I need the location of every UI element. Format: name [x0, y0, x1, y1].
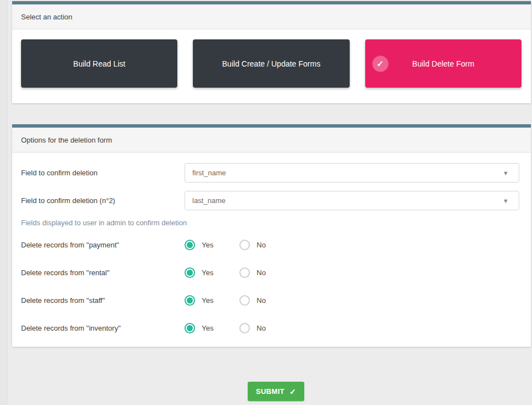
build-delete-form-label: Build Delete Form: [412, 59, 474, 68]
build-create-update-forms-label: Build Create / Update Forms: [222, 59, 320, 68]
check-icon: ✓: [372, 55, 388, 72]
delete-payment-radio-group: Yes No: [185, 240, 519, 250]
no-label: No: [257, 241, 266, 249]
yes-label: Yes: [202, 324, 213, 332]
delete-rental-radio-group: Yes No: [185, 267, 519, 278]
delete-rental-label: Delete records from "rental": [21, 269, 185, 277]
radio-unchecked-icon: [239, 267, 250, 278]
select-action-panel-title: Select an action: [12, 4, 531, 29]
build-create-update-forms-button[interactable]: Build Create / Update Forms: [193, 39, 349, 88]
deletion-options-panel: Options for the deletion form Field to c…: [12, 124, 531, 347]
confirm-field-2-row: Field to confirm deletion (n°2) last_nam…: [21, 191, 519, 210]
delete-payment-label: Delete records from "payment": [21, 241, 185, 249]
delete-staff-label: Delete records from "staff": [21, 296, 185, 305]
yes-label: Yes: [202, 269, 213, 277]
confirm-field-row: Field to confirm deletion first_name ▼: [21, 163, 519, 183]
caret-down-icon: ▼: [503, 198, 509, 204]
delete-rental-yes-radio[interactable]: Yes: [185, 267, 239, 278]
delete-payment-row: Delete records from "payment" Yes No: [21, 240, 519, 250]
no-label: No: [257, 324, 266, 332]
submit-button[interactable]: SUBMIT ✓: [248, 382, 305, 401]
delete-staff-radio-group: Yes No: [185, 295, 519, 306]
delete-payment-yes-radio[interactable]: Yes: [185, 240, 239, 250]
confirm-field-select-value: first_name: [192, 169, 226, 177]
confirm-field-select[interactable]: first_name ▼: [185, 163, 519, 183]
check-glyph: ✓: [377, 59, 384, 69]
deletion-options-panel-title: Options for the deletion form: [12, 128, 531, 153]
no-label: No: [257, 269, 266, 277]
radio-unchecked-icon: [239, 295, 250, 306]
check-icon: ✓: [289, 387, 296, 396]
yes-label: Yes: [202, 241, 213, 249]
delete-inventory-no-radio[interactable]: No: [239, 323, 294, 333]
deletion-options-body: Field to confirm deletion first_name ▼ F…: [12, 153, 531, 347]
radio-checked-icon: [185, 267, 195, 278]
radio-checked-icon: [185, 295, 195, 306]
page-left-gutter: [0, 0, 8, 405]
delete-inventory-yes-radio[interactable]: Yes: [185, 323, 239, 333]
build-delete-form-button[interactable]: ✓ Build Delete Form: [365, 39, 521, 88]
submit-row: SUBMIT ✓: [12, 382, 531, 401]
confirm-field-2-select[interactable]: last_name ▼: [185, 191, 519, 210]
delete-rental-no-radio[interactable]: No: [239, 267, 294, 278]
action-buttons-row: Build Read List Build Create / Update Fo…: [12, 29, 531, 103]
build-read-list-label: Build Read List: [73, 59, 125, 68]
delete-staff-row: Delete records from "staff" Yes No: [21, 295, 519, 306]
radio-checked-icon: [185, 240, 195, 250]
select-action-panel: Select an action Build Read List Build C…: [12, 1, 531, 103]
caret-down-icon: ▼: [503, 170, 509, 176]
radio-unchecked-icon: [239, 323, 250, 333]
delete-inventory-radio-group: Yes No: [185, 323, 519, 333]
delete-payment-no-radio[interactable]: No: [239, 240, 294, 250]
radio-unchecked-icon: [239, 240, 250, 250]
confirm-fields-helper-text: Fields displayed to user in admin to con…: [21, 219, 519, 227]
no-label: No: [257, 296, 266, 305]
delete-staff-no-radio[interactable]: No: [239, 295, 294, 306]
confirm-field-label: Field to confirm deletion: [21, 169, 185, 177]
radio-checked-icon: [185, 323, 195, 333]
confirm-field-2-label: Field to confirm deletion (n°2): [21, 196, 185, 205]
delete-inventory-row: Delete records from "inventory" Yes No: [21, 323, 519, 333]
main-content: Select an action Build Read List Build C…: [12, 0, 531, 401]
confirm-field-2-select-value: last_name: [192, 196, 226, 205]
yes-label: Yes: [202, 296, 213, 305]
delete-inventory-label: Delete records from "inventory": [21, 324, 185, 332]
submit-label: SUBMIT: [256, 387, 285, 396]
delete-rental-row: Delete records from "rental" Yes No: [21, 267, 519, 278]
delete-staff-yes-radio[interactable]: Yes: [185, 295, 239, 306]
build-read-list-button[interactable]: Build Read List: [21, 39, 177, 88]
